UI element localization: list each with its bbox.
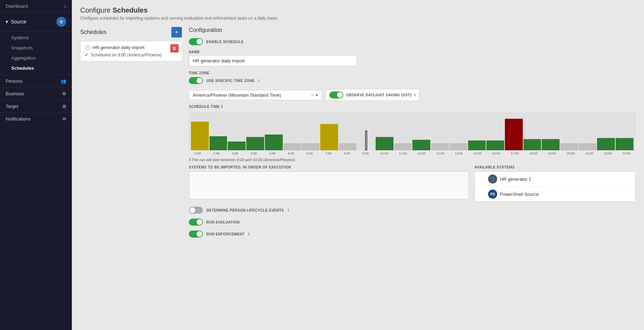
sidebar-section-persons[interactable]: Persons 👥 [0, 75, 72, 87]
bar-col-900[interactable] [357, 131, 375, 150]
page-subtitle: Configure schedules for importing system… [80, 16, 636, 21]
determine-lifecycle-toggle[interactable] [189, 207, 203, 214]
bar-1800[interactable] [523, 139, 541, 150]
bar-000[interactable] [191, 122, 209, 150]
bar-col-1300[interactable] [431, 143, 449, 150]
bar-800[interactable] [339, 143, 357, 150]
bar-col-1800[interactable] [523, 139, 541, 150]
bar-col-1600[interactable] [486, 140, 504, 150]
bar-col-1900[interactable] [542, 139, 560, 150]
bar-label-1100: 11:00 [394, 152, 412, 155]
config-title: Configuration [189, 27, 636, 33]
bar-400[interactable] [265, 135, 283, 150]
bar-col-2000[interactable] [560, 143, 578, 150]
sidebar-item-schedules[interactable]: Schedules [0, 63, 72, 73]
bar-200[interactable] [228, 142, 246, 150]
bar-2200[interactable] [597, 138, 615, 150]
enable-schedule-toggle[interactable] [189, 38, 203, 45]
run-enforcement-toggle[interactable] [189, 231, 203, 238]
bar-col-1500[interactable] [468, 140, 486, 150]
bar-300[interactable] [246, 137, 264, 150]
delete-schedule-button[interactable]: 🗑 [170, 44, 179, 53]
list-item[interactable]: ⋮⋮ 👤 HR generator 1 [475, 172, 635, 187]
bar-col-2300[interactable] [616, 138, 633, 150]
dst-toggle[interactable] [329, 91, 343, 98]
run-enforcement-label: RUN ENFORCEMENT [206, 232, 245, 236]
bar-100[interactable] [210, 136, 227, 150]
bar-label-1900: 19:00 [543, 152, 561, 155]
sidebar-item-aggregation[interactable]: Aggregation [0, 53, 72, 63]
toggle-knob [197, 39, 202, 44]
bar-col-1100[interactable] [394, 143, 412, 150]
bar-label-2300: 23:00 [618, 152, 636, 155]
bar-col-000[interactable] [191, 122, 209, 150]
bar-1600[interactable] [486, 140, 504, 150]
name-input[interactable] [189, 55, 357, 66]
bar-col-1200[interactable] [412, 140, 430, 150]
sidebar-item-systems[interactable]: Systems [0, 33, 72, 43]
timezone-select[interactable]: America/Phoenix (Mountain Standard Time)… [189, 90, 322, 100]
use-specific-tz-toggle[interactable] [189, 77, 203, 84]
sidebar-section-target[interactable]: Target ⊞ [0, 100, 72, 112]
bar-2000[interactable] [560, 143, 578, 150]
bar-col-500[interactable] [283, 143, 301, 150]
system-name-ps: PowerShell Source [500, 192, 539, 197]
bar-1500[interactable] [468, 140, 486, 150]
bar-col-2200[interactable] [597, 138, 615, 150]
main-content: Configure Schedules Configure schedules … [72, 0, 644, 330]
chart-info-text: The run will start between 9:00 and 10:0… [192, 158, 295, 162]
sidebar-dashboard[interactable]: Dashboard ⌂ [0, 0, 72, 13]
schedule-card-title: 🕐 HR generator daily import [85, 45, 177, 50]
bar-col-600[interactable] [302, 143, 320, 150]
bar-500[interactable] [283, 143, 301, 150]
bar-label-600: 6:00 [301, 152, 318, 155]
bar-col-200[interactable] [228, 142, 246, 150]
run-enforcement-row: RUN ENFORCEMENT ℹ [189, 231, 636, 238]
bar-1900[interactable] [542, 139, 560, 150]
systems-to-import-box[interactable] [189, 171, 469, 199]
bar-1300[interactable] [431, 143, 449, 150]
bar-col-700[interactable] [320, 124, 338, 150]
bar-1000[interactable] [376, 137, 393, 150]
bar-col-1400[interactable] [450, 143, 467, 150]
bar-label-1700: 17:00 [506, 152, 523, 155]
bar-1200[interactable] [412, 140, 430, 150]
bar-1400[interactable] [450, 143, 467, 150]
sidebar-item-snapshots[interactable]: Snapshots [0, 43, 72, 53]
tz-toggle-knob [197, 78, 202, 83]
dst-label: OBSERVE DAYLIGHT SAVING (DST) [346, 93, 411, 97]
run-evaluation-toggle[interactable] [189, 219, 203, 226]
bar-1700[interactable] [505, 119, 523, 150]
bar-label-300: 3:00 [245, 152, 263, 155]
bar-1100[interactable] [394, 143, 412, 150]
tz-clear-button[interactable]: × [311, 92, 314, 98]
chart-info-icon: ℹ [189, 157, 190, 162]
bar-chart[interactable] [189, 112, 636, 150]
bar-700[interactable] [320, 124, 338, 150]
name-row: NAME [189, 50, 636, 66]
source-left: ▾ Source [6, 19, 26, 25]
notifications-icon: ✉ [62, 116, 66, 122]
bar-col-400[interactable] [265, 135, 283, 150]
bar-col-1700[interactable] [505, 119, 523, 150]
bar-col-1000[interactable] [376, 137, 393, 150]
determine-lifecycle-label: DETERMINE PERSON LIFECYCLE EVENTS [206, 208, 284, 212]
bar-col-300[interactable] [246, 137, 264, 150]
tz-info-icon: ℹ [258, 78, 260, 83]
bar-2300[interactable] [616, 138, 633, 150]
page-title-bold: Schedules [112, 6, 148, 14]
schedules-panel-title: Schedules [80, 29, 107, 35]
systems-to-import-section: SYSTEMS TO BE IMPORTED, IN ORDER OF EXEC… [189, 165, 469, 202]
list-item[interactable]: ⋮⋮ PS PowerShell Source [475, 187, 635, 201]
bar-col-100[interactable] [210, 136, 227, 150]
sidebar-source-section[interactable]: ▾ Source ⚙ [0, 13, 72, 31]
bar-col-2100[interactable] [579, 143, 597, 150]
bar-2100[interactable] [579, 143, 597, 150]
bar-600[interactable] [302, 143, 320, 150]
add-schedule-button[interactable]: + [171, 27, 182, 37]
bar-label-1400: 14:00 [450, 152, 468, 155]
sidebar-section-business[interactable]: Business ⚙ [0, 87, 72, 100]
sidebar-section-notifications[interactable]: Notifications ✉ [0, 112, 72, 125]
bar-col-800[interactable] [339, 143, 357, 150]
bar-label-2100: 21:00 [580, 152, 598, 155]
